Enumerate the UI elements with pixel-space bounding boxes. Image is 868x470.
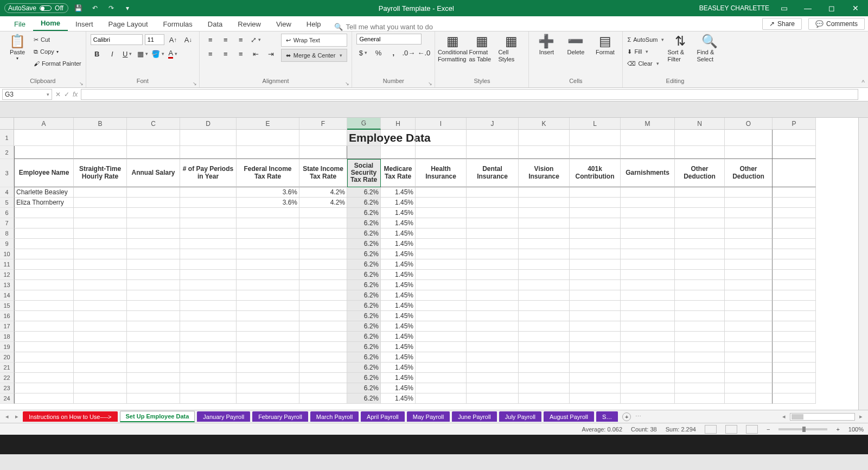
cell[interactable]: [725, 373, 773, 383]
cell[interactable]: [416, 280, 467, 290]
cell[interactable]: [519, 280, 570, 290]
cell[interactable]: [14, 342, 74, 352]
sheet-menu-icon[interactable]: ⋯: [633, 413, 643, 420]
column-header-cell-G[interactable]: Social Security Tax Rate: [347, 159, 381, 187]
cell[interactable]: [675, 259, 725, 270]
cell[interactable]: [14, 311, 74, 321]
cell[interactable]: [570, 321, 621, 332]
cell[interactable]: [519, 187, 570, 198]
fill-color-button[interactable]: 🪣: [151, 48, 164, 60]
row-header-20[interactable]: 20: [0, 352, 14, 363]
cell[interactable]: [725, 363, 773, 373]
cell[interactable]: [570, 383, 621, 393]
cell[interactable]: [180, 311, 237, 321]
cell[interactable]: [773, 198, 816, 208]
cell[interactable]: 6.2%: [347, 239, 381, 249]
cell[interactable]: [180, 321, 237, 332]
cell[interactable]: [773, 187, 816, 198]
cell[interactable]: [127, 218, 180, 228]
maximize-icon[interactable]: ◻: [822, 4, 841, 12]
cell[interactable]: 6.2%: [347, 280, 381, 290]
cell[interactable]: [725, 393, 773, 404]
conditional-formatting-button[interactable]: ▦Conditional Formatting: [439, 34, 465, 63]
cell[interactable]: 1.45%: [381, 259, 416, 270]
cell[interactable]: [416, 228, 467, 239]
cell[interactable]: [773, 352, 816, 363]
cell[interactable]: [675, 393, 725, 404]
sheet-tab-month-2[interactable]: March Payroll: [310, 411, 359, 422]
cell[interactable]: 6.2%: [347, 228, 381, 239]
cell[interactable]: [74, 311, 127, 321]
tab-insert[interactable]: Insert: [68, 17, 101, 31]
dialog-launcher-icon[interactable]: ↘: [345, 81, 349, 86]
cell[interactable]: [74, 259, 127, 270]
cell[interactable]: [180, 239, 237, 249]
cell[interactable]: [621, 311, 675, 321]
cell[interactable]: [467, 393, 519, 404]
dialog-launcher-icon[interactable]: ↘: [193, 81, 197, 86]
cell[interactable]: [237, 228, 299, 239]
cell[interactable]: [519, 270, 570, 280]
cell[interactable]: [74, 321, 127, 332]
minimize-icon[interactable]: —: [799, 4, 817, 12]
cell[interactable]: 4.2%: [299, 198, 347, 208]
sheet-tab-month-0[interactable]: January Payroll: [197, 411, 250, 422]
row-header-15[interactable]: 15: [0, 301, 14, 311]
cell[interactable]: [675, 249, 725, 259]
cell[interactable]: [416, 342, 467, 352]
cell[interactable]: [621, 259, 675, 270]
column-header-cell-N[interactable]: Other Deduction: [675, 159, 725, 187]
cell[interactable]: [237, 249, 299, 259]
cell[interactable]: [74, 383, 127, 393]
cell[interactable]: [467, 239, 519, 249]
zoom-level[interactable]: 100%: [848, 426, 864, 433]
cell[interactable]: [416, 352, 467, 363]
dialog-launcher-icon[interactable]: ↘: [428, 81, 432, 86]
cell[interactable]: [725, 249, 773, 259]
cell[interactable]: [725, 270, 773, 280]
cell[interactable]: 1.45%: [381, 239, 416, 249]
comments-button[interactable]: 💬Comments: [808, 18, 865, 30]
cell[interactable]: [621, 228, 675, 239]
cell[interactable]: [570, 187, 621, 198]
cut-button[interactable]: ✂Cut: [34, 34, 81, 46]
cell[interactable]: [725, 218, 773, 228]
cell[interactable]: [467, 373, 519, 383]
cell[interactable]: [467, 311, 519, 321]
format-as-table-button[interactable]: ▦Format as Table: [469, 34, 495, 63]
cell[interactable]: [127, 259, 180, 270]
cell[interactable]: [74, 393, 127, 404]
cell[interactable]: 6.2%: [347, 342, 381, 352]
align-top-icon[interactable]: ≡: [204, 34, 217, 46]
column-header-O[interactable]: O: [725, 118, 773, 130]
page-layout-view-icon[interactable]: [725, 425, 737, 434]
cell[interactable]: 1.45%: [381, 321, 416, 332]
cell[interactable]: [773, 259, 816, 270]
cell[interactable]: [237, 363, 299, 373]
cell[interactable]: [74, 342, 127, 352]
cell[interactable]: [237, 130, 299, 146]
cell[interactable]: [416, 218, 467, 228]
cell[interactable]: [237, 208, 299, 218]
cell[interactable]: [773, 270, 816, 280]
cell[interactable]: [127, 280, 180, 290]
row-header-11[interactable]: 11: [0, 259, 14, 270]
cell[interactable]: 6.2%: [347, 352, 381, 363]
cell[interactable]: Eliza Thornberry: [14, 198, 74, 208]
cell[interactable]: [127, 301, 180, 311]
cell[interactable]: [621, 208, 675, 218]
cell[interactable]: [621, 198, 675, 208]
cell[interactable]: [180, 198, 237, 208]
delete-cells-button[interactable]: ➖Delete: [563, 34, 589, 56]
cell[interactable]: [180, 383, 237, 393]
font-size-select[interactable]: [145, 34, 164, 45]
orientation-icon[interactable]: ⤢: [250, 34, 263, 46]
cell[interactable]: [127, 383, 180, 393]
row-header-4[interactable]: 4: [0, 187, 14, 198]
cell[interactable]: [570, 130, 621, 146]
column-header-E[interactable]: E: [237, 118, 299, 130]
cell[interactable]: [519, 290, 570, 301]
cell[interactable]: [519, 198, 570, 208]
tab-review[interactable]: Review: [230, 17, 269, 31]
cell[interactable]: [416, 311, 467, 321]
